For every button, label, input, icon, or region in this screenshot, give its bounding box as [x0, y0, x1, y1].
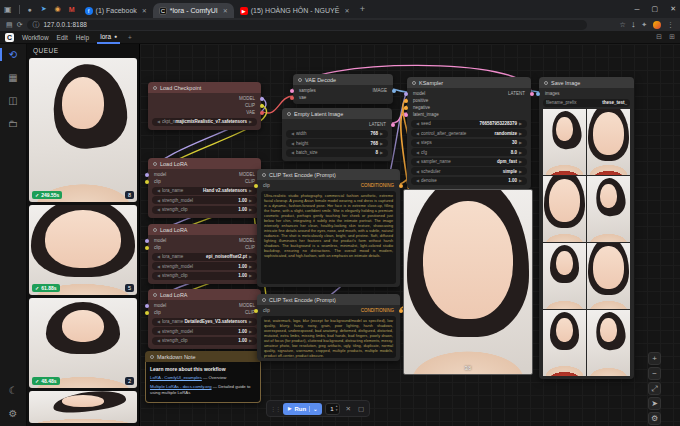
strength-model-widget[interactable]: ◀strength_model1.00▶ — [152, 196, 257, 204]
node-save-image[interactable]: Save Image images filename_prefixthese_t… — [539, 77, 634, 379]
node-header[interactable]: Load LoRA — [148, 224, 261, 235]
node-header[interactable]: KSampler — [407, 77, 531, 88]
output-image[interactable] — [587, 109, 630, 175]
output-port-image[interactable] — [392, 89, 396, 93]
workflow-tab-lora[interactable]: lora ● — [97, 31, 120, 44]
combo-left-icon[interactable]: ◀ — [155, 329, 162, 334]
output-image[interactable] — [543, 310, 586, 376]
input-port-latent-image[interactable] — [404, 113, 408, 117]
node-header[interactable]: Load LoRA — [148, 158, 261, 169]
queue-thumbnail[interactable] — [29, 205, 137, 295]
input-port-clip[interactable] — [145, 180, 149, 184]
combo-right-icon[interactable]: ▶ — [247, 338, 254, 343]
collapse-icon[interactable] — [262, 173, 266, 177]
combo-right-icon[interactable]: ▶ — [517, 159, 524, 164]
queue-thumbnail[interactable] — [29, 391, 137, 423]
output-port-model[interactable] — [260, 97, 264, 101]
tab-close-icon[interactable]: ✕ — [344, 7, 349, 14]
steps-widget[interactable]: ◀steps30▶ — [411, 139, 527, 147]
sampler-name-combo[interactable]: ◀sampler_namedpm_fast▶ — [411, 158, 527, 166]
site-info-icon[interactable]: ⓘ — [33, 20, 40, 30]
input-port-vae[interactable] — [290, 96, 294, 100]
combo-left-icon[interactable]: ◀ — [155, 264, 162, 269]
combo-left-icon[interactable]: ◀ — [414, 131, 421, 136]
output-port-clip[interactable] — [260, 104, 264, 108]
filename-prefix-widget[interactable]: filename_prefixthese_test_ — [543, 99, 630, 107]
fit-view-button[interactable]: ⤢ — [648, 382, 661, 395]
combo-left-icon[interactable]: ◀ — [414, 169, 421, 174]
output-image[interactable] — [543, 109, 586, 175]
maximize-button[interactable]: ▢ — [652, 5, 659, 13]
combo-left-icon[interactable]: ◀ — [414, 178, 421, 183]
collapse-icon[interactable] — [153, 293, 157, 297]
combo-left-icon[interactable]: ◀ — [414, 159, 421, 164]
node-load-lora-2[interactable]: Load LoRA modelMODEL clipCLIP ◀lora_name… — [148, 224, 261, 284]
node-load-lora-1[interactable]: Load LoRA modelMODEL clipCLIP ◀lora_name… — [148, 158, 261, 218]
ckpt-name-combo[interactable]: ◀ckpt_nmajicmixRealistic_v7.safetensors▶ — [152, 118, 257, 126]
node-header[interactable]: VAE Decode — [293, 74, 393, 85]
lora-name-combo[interactable]: ◀lora_nameepi_noiseoffset2.pt▶ — [152, 253, 257, 261]
collapse-icon[interactable] — [298, 78, 302, 82]
run-options-dropdown-icon[interactable]: ⌄ — [309, 406, 317, 412]
collapse-icon[interactable] — [153, 162, 157, 166]
run-button[interactable]: ▶ Run ⌄ — [283, 403, 322, 415]
combo-left-icon[interactable]: ◀ — [155, 338, 162, 343]
denoise-widget[interactable]: ◀denoise1.00▶ — [411, 177, 527, 185]
node-clip-text-encode-positive[interactable]: CLIP Text Encode (Prompt) clipCONDITIONI… — [257, 169, 400, 287]
collapse-icon[interactable] — [287, 112, 291, 116]
combo-left-icon[interactable]: ◀ — [414, 140, 421, 145]
collapse-icon[interactable] — [153, 86, 157, 90]
menu-help[interactable]: Help — [76, 34, 89, 41]
strength-clip-widget[interactable]: ◀strength_clip1.00▶ — [152, 206, 257, 214]
pinned-tab-icon[interactable]: ● — [23, 6, 37, 13]
combo-right-icon[interactable]: ▶ — [247, 319, 254, 324]
combo-right-icon[interactable]: ▶ — [378, 141, 385, 146]
combo-left-icon[interactable]: ◀ — [289, 150, 296, 155]
combo-right-icon[interactable]: ▶ — [517, 178, 524, 183]
node-graph-canvas[interactable]: Load Checkpoint MODEL CLIP VAE ◀ckpt_nma… — [140, 44, 680, 426]
strength-model-widget[interactable]: ◀strength_model1.00▶ — [152, 327, 257, 335]
new-workflow-button[interactable]: + — [128, 34, 132, 41]
zoom-out-button[interactable]: − — [648, 367, 661, 380]
scheduler-combo[interactable]: ◀schedulersimple▶ — [411, 167, 527, 175]
input-port-clip[interactable] — [145, 311, 149, 315]
tab-comfyui[interactable]: C *lora - ComfyUI ✕ — [153, 3, 234, 18]
node-clip-text-encode-negative[interactable]: CLIP Text Encode (Prompt) clipCONDITIONI… — [257, 294, 400, 361]
width-widget[interactable]: ◀width768▶ — [286, 130, 388, 138]
combo-right-icon[interactable]: ▶ — [517, 131, 524, 136]
workflows-folder-icon[interactable]: 🗀 — [7, 117, 20, 130]
combo-right-icon[interactable]: ▶ — [247, 188, 254, 193]
input-port-model[interactable] — [145, 173, 149, 177]
combo-left-icon[interactable]: ◀ — [414, 121, 421, 126]
download-icon[interactable]: ⭣ — [632, 21, 635, 29]
step-down-icon[interactable]: ▾ — [336, 409, 338, 413]
node-header[interactable]: Empty Latent Image — [282, 108, 392, 119]
tab-close-icon[interactable]: ✕ — [223, 7, 228, 14]
combo-left-icon[interactable]: ◀ — [414, 150, 421, 155]
lora-name-combo[interactable]: ◀lora_nameHand v2.safetensors▶ — [152, 187, 257, 195]
combo-left-icon[interactable]: ◀ — [289, 131, 296, 136]
zoom-in-button[interactable]: + — [648, 352, 661, 365]
menu-workflow[interactable]: Workflow — [22, 34, 49, 41]
queue-item[interactable]: ✓249.55s 8 — [29, 58, 137, 202]
input-port-clip[interactable] — [145, 246, 149, 250]
input-port-model[interactable] — [404, 92, 408, 96]
canvas-settings-button[interactable]: ⚙ — [648, 412, 661, 425]
output-image[interactable] — [587, 176, 630, 242]
tab-facebook[interactable]: f (1) Facebook ✕ — [79, 3, 153, 18]
output-image[interactable] — [587, 243, 630, 309]
combo-right-icon[interactable]: ▶ — [517, 121, 524, 126]
output-image[interactable] — [587, 310, 630, 376]
combo-right-icon[interactable]: ▶ — [247, 198, 254, 203]
node-vae-decode[interactable]: VAE Decode samplesIMAGE vae — [293, 74, 393, 104]
drag-handle-icon[interactable]: ⋮⋮ — [270, 405, 280, 412]
combo-left-icon[interactable]: ◀ — [155, 188, 162, 193]
batch-count-stepper[interactable]: 1 ▴▾ — [325, 403, 340, 415]
queue-item[interactable] — [29, 391, 137, 423]
combo-right-icon[interactable]: ▶ — [247, 254, 254, 259]
node-ksampler[interactable]: KSampler modelLATENT positive negative l… — [407, 77, 531, 189]
note-link[interactable]: Multiple LoRAs - docs.comfy.org — [150, 384, 212, 389]
new-tab-button[interactable]: + — [360, 4, 365, 14]
profile-avatar[interactable] — [653, 21, 661, 29]
node-empty-latent-image[interactable]: Empty Latent Image LATENT ◀width768▶ ◀he… — [282, 108, 392, 161]
